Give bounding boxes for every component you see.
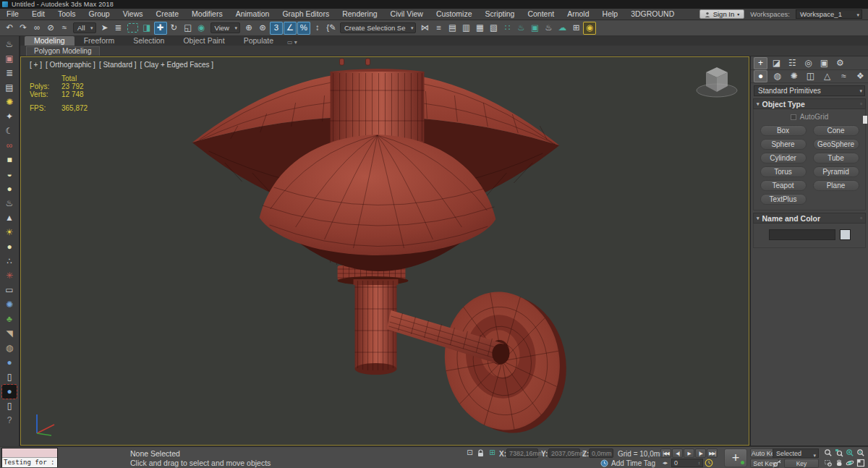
key-mode-toggle[interactable]: ◂▸ — [660, 460, 670, 466]
menu-item[interactable]: Arnold — [561, 9, 595, 20]
use-pivot-center-icon[interactable]: ⊕ — [242, 22, 255, 35]
ribbon-tab[interactable]: Selection — [124, 36, 174, 46]
polygon-modeling-panel[interactable]: Polygon Modeling — [26, 46, 100, 56]
zoom-icon[interactable] — [823, 448, 833, 457]
cat-shapes[interactable]: ◍ — [770, 70, 784, 82]
orbit-icon[interactable] — [845, 459, 854, 467]
grid-list-icon[interactable]: ▤ — [2, 81, 17, 95]
angle-snap-icon[interactable]: ∠ — [284, 22, 297, 35]
primitive-button[interactable]: Sphere — [760, 139, 807, 150]
globe-flower-icon[interactable]: ✺ — [2, 298, 17, 312]
transform-typein-icon[interactable]: ⊞ — [488, 448, 497, 458]
selection-filter-dropdown[interactable]: All ▾ — [73, 22, 96, 33]
object-name-field[interactable] — [769, 229, 835, 240]
goto-end-button[interactable]: ▶▶| — [707, 448, 718, 458]
primitive-button[interactable]: Teapot — [760, 180, 807, 191]
goto-start-button[interactable]: |◀◀ — [660, 448, 671, 458]
curve-editor-icon[interactable]: ▦ — [473, 22, 486, 35]
menu-item[interactable]: Group — [82, 9, 116, 20]
ribbon-tab[interactable]: Freeform — [75, 36, 124, 46]
moon-icon[interactable]: ☾ — [2, 124, 17, 138]
primitive-button[interactable]: Pyramid — [813, 166, 859, 177]
document-material-icon[interactable]: ▯ — [2, 399, 17, 413]
name-color-header[interactable]: ▾ Name and Color ▫ — [753, 213, 866, 224]
material-editor-icon[interactable]: ∷ — [501, 22, 514, 35]
toggle-ribbon-icon[interactable]: ▥ — [459, 22, 472, 35]
selection-lock-icon[interactable] — [476, 448, 485, 458]
primitive-button[interactable]: Box — [760, 125, 807, 136]
set-keys-button[interactable]: + — [724, 448, 747, 467]
compound-objects-icon[interactable]: ✳ — [2, 269, 17, 283]
lightbulb-icon[interactable]: ✺ — [2, 95, 17, 109]
controller-icon[interactable]: ▭ — [2, 284, 17, 297]
menu-item[interactable]: Edit — [25, 9, 51, 20]
panel-scroll-handle[interactable] — [863, 116, 867, 124]
listener-line[interactable]: Testing for : — [2, 458, 57, 467]
sphere-yellow-icon[interactable]: ● — [2, 240, 17, 254]
menu-item[interactable]: Help — [596, 9, 625, 20]
teapot-primitive-icon[interactable]: ♨ — [2, 197, 17, 210]
scatter-icon[interactable]: ∴ — [2, 255, 17, 268]
next-key-button[interactable]: |▶ — [695, 448, 706, 458]
cat-geometry[interactable]: ● — [754, 70, 767, 82]
view-cube[interactable] — [694, 61, 740, 99]
menu-item[interactable]: Civil View — [384, 9, 430, 20]
render-window-icon[interactable]: ▣ — [2, 52, 17, 66]
spinner-snap-icon[interactable]: ↕ — [311, 22, 324, 35]
redo-icon[interactable]: ↷ — [17, 22, 30, 35]
pin-icon[interactable]: ▫ — [860, 101, 862, 107]
primitive-button[interactable]: Tube — [813, 153, 859, 163]
primitive-button[interactable]: Cylinder — [760, 153, 807, 163]
reference-coordinate-dropdown[interactable]: View ▾ — [210, 22, 240, 33]
spinner-icon[interactable]: ↕ — [698, 461, 700, 465]
material-sphere-icon[interactable]: ● — [2, 356, 17, 370]
key-filters-button[interactable]: Key Filters... — [784, 459, 819, 468]
zoom-region-icon[interactable] — [823, 459, 833, 467]
viewport-label-segment[interactable]: [ Orthographic ] — [46, 61, 95, 69]
tab-display[interactable]: ▣ — [817, 57, 831, 69]
select-place-icon[interactable]: ◉ — [195, 22, 208, 35]
z-coordinate-field[interactable]: 0,0mm — [589, 448, 613, 458]
cone-primitive-icon[interactable]: ▲ — [2, 211, 17, 225]
primitive-category-dropdown[interactable]: Standard Primitives ▾ — [754, 85, 865, 96]
menu-item[interactable]: Customize — [430, 9, 479, 20]
foliage-icon[interactable]: ♣ — [2, 312, 17, 326]
open-3dground-icon[interactable]: ◉ — [583, 22, 596, 35]
primitive-button[interactable]: Torus — [760, 166, 807, 177]
primitive-button[interactable]: GeoSphere — [813, 139, 859, 150]
time-configuration-icon[interactable] — [705, 459, 713, 467]
tab-create[interactable]: + — [754, 57, 767, 69]
menu-item[interactable]: Graph Editors — [276, 9, 336, 20]
named-selection-set-dropdown[interactable]: Create Selection Se ▾ — [340, 22, 417, 33]
list-view-icon[interactable]: ≣ — [2, 67, 17, 80]
primitive-button[interactable]: Plane — [813, 180, 859, 191]
chevron-down-icon[interactable]: ▾ — [737, 12, 739, 17]
key-selection-dropdown[interactable]: Selected ▾ — [773, 448, 819, 458]
tab-hierarchy[interactable]: ☷ — [786, 57, 799, 69]
help-icon[interactable]: ? — [2, 414, 17, 427]
macro-recorder-line[interactable] — [2, 448, 57, 458]
cat-spacewarps[interactable]: ≈ — [837, 70, 851, 82]
sign-in-button[interactable]: Sign In ▾ — [699, 9, 745, 19]
viewport-label-segment[interactable]: [ Standard ] — [99, 61, 137, 69]
dome-primitive-icon[interactable]: ◒ — [2, 168, 17, 182]
cat-helpers[interactable]: △ — [820, 70, 834, 82]
current-frame-field[interactable]: 0 ↕ — [671, 459, 703, 467]
menu-item[interactable]: File — [0, 9, 25, 20]
primitive-button[interactable]: TextPlus — [760, 194, 807, 205]
snaps-toggle-icon[interactable]: 3 — [270, 22, 283, 35]
clipboard-material-icon[interactable]: ▯ — [2, 370, 17, 384]
viewport[interactable]: [ + ][ Orthographic ][ Standard ][ Clay … — [20, 56, 749, 446]
rendered-frame-icon[interactable]: ▣ — [528, 22, 541, 35]
add-time-tag[interactable]: Add Time Tag — [600, 459, 655, 467]
ribbon-options-icon[interactable]: ▭ ▾ — [287, 39, 297, 46]
glasses-icon[interactable]: ∞ — [2, 139, 17, 153]
percent-snap-icon[interactable]: % — [297, 22, 310, 35]
render-elements-icon[interactable]: ⊞ — [569, 22, 582, 35]
link-icon[interactable]: ∞ — [30, 22, 43, 35]
selection-region-icon[interactable] — [127, 23, 138, 33]
object-type-header[interactable]: ▾ Object Type ▫ — [753, 98, 866, 109]
autogrid-checkbox[interactable] — [791, 114, 796, 120]
render-production-icon[interactable]: ♨ — [542, 22, 555, 35]
named-selection-sets-icon[interactable]: {✎ — [325, 22, 338, 35]
